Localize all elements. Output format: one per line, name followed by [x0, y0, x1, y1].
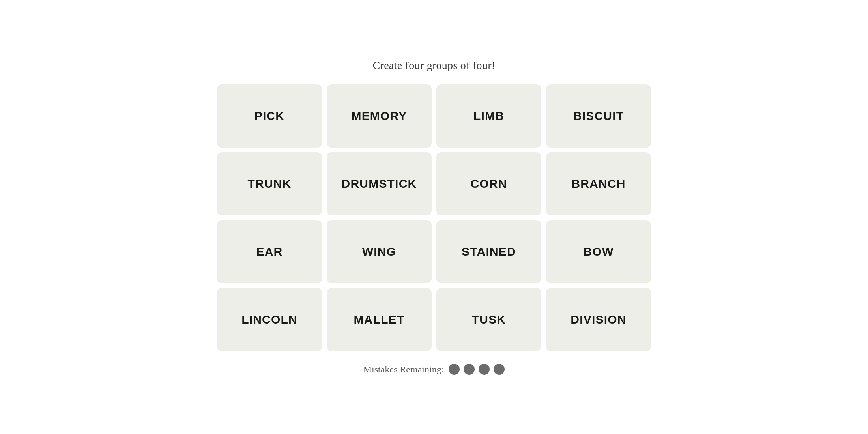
tile-label-lincoln: LINCOLN	[241, 313, 297, 326]
tile-lincoln[interactable]: LINCOLN	[217, 288, 322, 351]
tile-division[interactable]: DIVISION	[546, 288, 651, 351]
mistakes-dots	[449, 364, 505, 375]
tile-stained[interactable]: STAINED	[436, 220, 541, 283]
tile-trunk[interactable]: TRUNK	[217, 152, 322, 215]
tile-label-tusk: TUSK	[472, 313, 506, 326]
mistakes-label: Mistakes Remaining:	[363, 364, 444, 375]
tile-bow[interactable]: BOW	[546, 220, 651, 283]
mistake-dot-4	[494, 364, 505, 375]
tile-mallet[interactable]: MALLET	[327, 288, 432, 351]
tile-corn[interactable]: CORN	[436, 152, 541, 215]
tile-wing[interactable]: WING	[327, 220, 432, 283]
tile-pick[interactable]: PICK	[217, 84, 322, 148]
tile-memory[interactable]: MEMORY	[327, 84, 432, 148]
subtitle: Create four groups of four!	[373, 59, 496, 72]
tile-branch[interactable]: BRANCH	[546, 152, 651, 215]
tile-grid: PICKMEMORYLIMBBISCUITTRUNKDRUMSTICKCORNB…	[217, 84, 651, 351]
tile-label-trunk: TRUNK	[248, 177, 292, 191]
tile-biscuit[interactable]: BISCUIT	[546, 84, 651, 148]
mistake-dot-2	[464, 364, 475, 375]
tile-label-drumstick: DRUMSTICK	[342, 177, 417, 191]
tile-label-ear: EAR	[256, 245, 283, 258]
tile-drumstick[interactable]: DRUMSTICK	[327, 152, 432, 215]
mistake-dot-1	[449, 364, 460, 375]
tile-label-branch: BRANCH	[571, 177, 625, 191]
tile-label-memory: MEMORY	[351, 109, 407, 123]
tile-tusk[interactable]: TUSK	[436, 288, 541, 351]
tile-label-limb: LIMB	[473, 109, 504, 123]
tile-label-wing: WING	[362, 245, 396, 258]
tile-label-biscuit: BISCUIT	[573, 109, 624, 123]
tile-label-bow: BOW	[584, 245, 614, 258]
tile-label-pick: PICK	[254, 109, 284, 123]
tile-label-corn: CORN	[470, 177, 507, 191]
tile-label-stained: STAINED	[462, 245, 516, 258]
game-container: Create four groups of four! PICKMEMORYLI…	[217, 59, 651, 375]
tile-limb[interactable]: LIMB	[436, 84, 541, 148]
tile-label-division: DIVISION	[571, 313, 626, 326]
tile-ear[interactable]: EAR	[217, 220, 322, 283]
mistake-dot-3	[479, 364, 490, 375]
tile-label-mallet: MALLET	[354, 313, 405, 326]
mistakes-section: Mistakes Remaining:	[363, 364, 505, 375]
